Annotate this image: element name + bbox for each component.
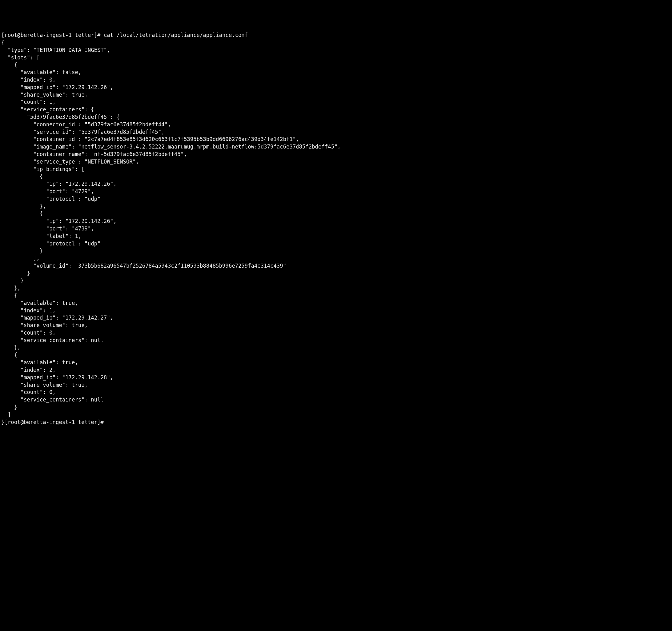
json-line: {	[1, 173, 43, 179]
json-line: "share_volume":	[1, 92, 72, 98]
json-line: },	[1, 203, 46, 209]
json-value: true	[62, 359, 75, 365]
json-value: 172.29.142.28	[65, 374, 107, 381]
json-value: udp	[88, 196, 97, 202]
json-line: }	[1, 270, 30, 276]
json-value: 4739	[75, 225, 88, 232]
json-line: },	[1, 345, 20, 351]
json-line: ",	[334, 144, 340, 150]
json-line: "index":	[1, 307, 49, 313]
json-value: 172.29.142.26	[69, 181, 110, 187]
json-line: "connector_id": "	[1, 121, 88, 128]
json-line: ,	[52, 330, 56, 336]
json-value: null	[91, 397, 104, 403]
json-line: ,	[85, 322, 88, 328]
json-value: 0	[49, 389, 52, 395]
json-line: }	[1, 277, 24, 284]
json-line: "port": "	[1, 188, 75, 195]
json-line: }	[1, 404, 17, 410]
json-line: ,	[52, 367, 56, 373]
json-line: "count":	[1, 389, 49, 395]
json-line: "service_id": "	[1, 129, 81, 135]
json-line: ,	[85, 382, 88, 388]
json-value: 172.29.142.27	[65, 314, 107, 321]
json-value: 5d379fac6e37d85f2bdeff44	[88, 121, 165, 128]
json-line: "ip": "	[1, 218, 69, 224]
json-line: "port": "	[1, 225, 75, 232]
shell-prompt: [root@beretta-ingest-1 tetter]#	[1, 32, 100, 38]
json-line: ",	[107, 84, 113, 91]
json-line: ",	[181, 151, 187, 157]
json-line: ,	[52, 307, 56, 313]
json-line: ,	[78, 69, 81, 75]
json-line: "protocol": "	[1, 196, 88, 202]
json-line: "label":	[1, 233, 75, 239]
json-line: "index":	[1, 77, 49, 83]
json-line: "	[97, 241, 100, 247]
json-line: ,	[78, 233, 81, 239]
json-line: "container_name": "	[1, 151, 94, 157]
json-line: ": {	[107, 114, 120, 120]
json-line: "container_id": "	[1, 136, 88, 142]
json-value: 1	[49, 307, 52, 313]
json-line: "available":	[1, 359, 62, 365]
shell-prompt-end[interactable]: }[root@beretta-ingest-1 tetter]#	[1, 419, 107, 425]
json-line: "share_volume":	[1, 322, 72, 328]
json-line: ,	[52, 389, 56, 395]
json-line: "slots": [	[1, 54, 40, 61]
json-line: "service_containers":	[1, 397, 91, 403]
json-line: "type": "	[1, 47, 37, 53]
json-line: ",	[88, 225, 94, 232]
json-value: NETFLOW_SENSOR	[88, 158, 132, 165]
json-line: ,	[75, 359, 78, 365]
json-line: ]	[1, 411, 11, 418]
json-line: "index":	[1, 367, 49, 373]
json-value: 0	[49, 77, 52, 83]
json-line: ,	[52, 99, 56, 105]
json-line: ",	[292, 136, 299, 142]
json-line: },	[1, 285, 20, 291]
json-value: 5d379fac6e37d85f2bdeff45	[81, 129, 158, 135]
json-line: "ip": "	[1, 181, 69, 187]
json-line: ",	[133, 158, 139, 165]
json-line: }	[1, 248, 43, 254]
json-line: "available":	[1, 69, 62, 75]
json-line: "ip_bindings": [	[1, 166, 85, 172]
json-line: "service_containers":	[1, 337, 91, 343]
json-value: 2	[49, 367, 52, 373]
shell-command: cat /local/tetration/appliance/appliance…	[100, 32, 248, 38]
json-line: ",	[107, 374, 113, 381]
json-line: ",	[88, 188, 94, 195]
json-value: udp	[88, 241, 97, 247]
json-line: ",	[110, 218, 116, 224]
json-line: "image_name": "	[1, 144, 81, 150]
json-line: ",	[165, 121, 171, 128]
json-line: ,	[85, 92, 88, 98]
json-line: "	[97, 196, 100, 202]
json-value: 373b5b682a96547bf2526784a5943c2f110593b8…	[78, 263, 283, 269]
json-value: true	[72, 382, 85, 388]
json-value: 172.29.142.26	[65, 84, 107, 91]
json-line: "mapped_ip": "	[1, 84, 65, 91]
json-value: nf-5d379fac6e37d85f2bdeff45	[94, 151, 181, 157]
json-line: {	[1, 40, 4, 46]
json-value: 2c7a7ed4f853e85f3d620c663f1c7f5395b53b9d…	[88, 136, 292, 142]
json-value: null	[91, 337, 104, 343]
json-value: 5d379fac6e37d85f2bdeff45	[30, 114, 107, 120]
json-line: "count":	[1, 330, 49, 336]
json-line: ,	[75, 300, 78, 306]
json-line: ",	[158, 129, 165, 135]
json-value: 1	[75, 233, 78, 239]
json-line: "	[283, 263, 286, 269]
json-value: 4729	[75, 188, 88, 195]
json-value: true	[72, 322, 85, 328]
json-value: TETRATION_DATA_INGEST	[37, 47, 104, 53]
json-value: true	[62, 300, 75, 306]
json-line: {	[1, 293, 17, 299]
json-line: "	[1, 114, 30, 120]
json-line: {	[1, 61, 17, 68]
json-line: ",	[110, 181, 116, 187]
terminal-output: [root@beretta-ingest-1 tetter]# cat /loc…	[1, 31, 671, 426]
json-value: false	[62, 69, 78, 75]
json-line: "mapped_ip": "	[1, 374, 65, 381]
